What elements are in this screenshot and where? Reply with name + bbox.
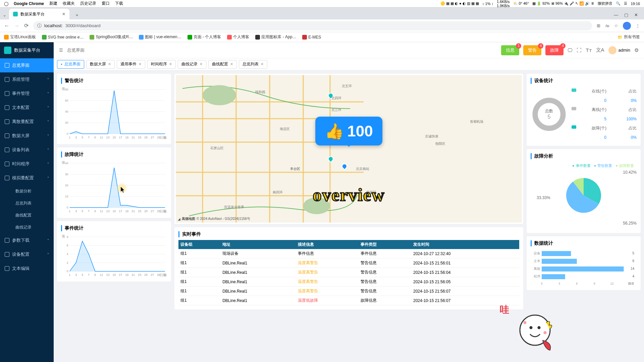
apple-icon[interactable]: ◯ (4, 1, 8, 6)
chevron-down-icon: ˅ (47, 239, 49, 242)
sidebar-item-6[interactable]: 设备列表˅ (0, 143, 54, 157)
bookmark-item[interactable]: 图标 | vue-elemen… (139, 34, 181, 40)
translate-icon[interactable]: 🗛 (605, 23, 609, 28)
close-tab-icon[interactable]: ✕ (62, 12, 65, 16)
sidebar-item-7[interactable]: 时间程序˅ (0, 157, 54, 171)
bookmark-item[interactable]: 宝塔Linux面板 (4, 34, 36, 40)
table-row[interactable]: 组1DBLine.Real1温度高警告警告信息2024-10-15 21:56:… (178, 268, 519, 277)
sidebar-item-2[interactable]: 事件管理˅ (0, 86, 54, 101)
window-minimize[interactable]: — (614, 12, 618, 17)
svg-text:5: 5 (82, 209, 83, 213)
bookmark-item[interactable]: 个人博客 (227, 34, 249, 40)
page-tab[interactable]: 通用事件✕ (117, 60, 145, 69)
like-badge: 👍 100 (315, 117, 382, 145)
page-tab[interactable]: 总览界面 (57, 60, 84, 69)
svg-text:11: 11 (100, 273, 103, 277)
close-tab-icon[interactable]: ✕ (200, 62, 203, 66)
fault-button[interactable]: 故障4 (545, 45, 564, 55)
map-view[interactable]: 颐和园海淀区北三环北四环北五环石景山区丰台区南四环南四环朝阳区首都机场丰台区京诚… (176, 75, 522, 223)
sidebar-toggle-icon[interactable]: ☰ (59, 48, 63, 53)
table-row[interactable]: 组1DBLine.Real1温度高警告警告信息2024-10-15 21:56:… (178, 277, 519, 287)
ime[interactable]: 微软拼音 (598, 1, 612, 6)
sidebar-sub-item[interactable]: 总览列表 (0, 197, 54, 209)
menu-download[interactable]: 下载 (115, 1, 123, 6)
sidebar-item-4[interactable]: 离散量配置˅ (0, 115, 54, 129)
qr-icon[interactable]: ⊞ (597, 23, 600, 28)
sidebar-item-8[interactable]: 模拟量配置˄ (0, 171, 54, 185)
page-tab[interactable]: 曲线记录✕ (178, 60, 206, 69)
table-row[interactable]: 组1DBLine.Real1温度高警告警告信息2024-10-15 21:56:… (178, 287, 519, 296)
profile-avatar[interactable] (623, 22, 631, 30)
control-center-icon[interactable]: ☰ (624, 1, 627, 6)
close-tab-icon[interactable]: ✕ (230, 62, 233, 66)
close-tab-icon[interactable]: ✕ (108, 62, 111, 66)
bookmark-item[interactable]: 页面 - 个人博客 (187, 34, 221, 40)
app-name-menubar[interactable]: Google Chrome (14, 1, 44, 6)
page-tab[interactable]: 总览列表✕ (239, 60, 267, 69)
warn-button[interactable]: 警告4 (523, 45, 541, 55)
back-button[interactable]: ← (4, 23, 9, 29)
browser-tab[interactable]: 数据采集平台 ✕ (9, 9, 69, 19)
menu-new[interactable]: 新建 (49, 1, 57, 6)
info-button[interactable]: 信息1 (501, 45, 519, 55)
page-tab[interactable]: 曲线配置✕ (208, 60, 237, 69)
svg-text:23: 23 (138, 136, 141, 139)
bookmark-item[interactable]: SVG free online e… (42, 35, 84, 40)
svg-text:3: 3 (75, 136, 77, 139)
sidebar-item-11[interactable]: 文本编辑 (0, 261, 54, 276)
card-title: 数据统计 (531, 240, 637, 246)
close-tab-icon[interactable]: ✕ (169, 62, 172, 66)
sidebar-item-3[interactable]: 文本配置˅ (0, 101, 54, 115)
sidebar-sub-item[interactable]: 曲线记录 (0, 221, 54, 233)
table-row[interactable]: 组1DBLine.Real1温度高警告警告信息2024-10-15 21:56:… (178, 258, 519, 268)
bookmark-item[interactable]: 应用图标库 - App… (255, 34, 296, 40)
svg-text:文本: 文本 (534, 259, 540, 263)
fullscreen-icon[interactable]: ⛶ (577, 47, 582, 53)
menu-fav[interactable]: 收藏夹 (63, 1, 75, 6)
window-maximize[interactable]: ▢ (624, 12, 628, 17)
menu-window[interactable]: 窗口 (102, 1, 110, 6)
table-row[interactable]: 组1DBLine.Real1温度低故障故障信息2024-10-15 21:56:… (178, 296, 519, 305)
menu-icon (5, 105, 9, 110)
screen-icon[interactable]: 🖵 (568, 47, 573, 53)
user-menu[interactable]: admin (608, 46, 630, 54)
bookmark-item[interactable]: E-MES (302, 35, 321, 40)
new-tab-button[interactable]: ＋ (72, 11, 82, 19)
window-close[interactable]: ✕ (634, 12, 638, 17)
menu-history[interactable]: 历史记录 (80, 1, 96, 6)
search-icon[interactable]: 🔍 (616, 1, 621, 6)
svg-text:10: 10 (65, 195, 68, 198)
sidebar-sub-item[interactable]: 数据分析 (0, 185, 54, 197)
forward-button[interactable]: → (14, 23, 19, 29)
close-tab-icon[interactable]: ✕ (139, 62, 142, 66)
settings-icon[interactable]: ⚙ (634, 47, 639, 53)
sidebar-item-0[interactable]: 总览界面 (0, 58, 54, 72)
sidebar-item-1[interactable]: 系统管理˅ (0, 72, 54, 86)
fontsize-icon[interactable]: Tᴛ (586, 47, 592, 53)
sidebar-item-5[interactable]: 数据大屏˅ (0, 129, 54, 143)
all-bookmarks[interactable]: 📁 所有书签 (618, 34, 640, 40)
chrome-menu-icon[interactable]: ⋮ (636, 23, 640, 28)
bookmark-star-icon[interactable]: ☆ (614, 23, 618, 28)
sidebar-item-10[interactable]: 设备配置˅ (0, 247, 54, 261)
language-icon[interactable]: 文A (596, 47, 604, 53)
table-row[interactable]: 组1现场设备事件信息事件信息2024-10-27 12:32:40 (178, 249, 519, 258)
map-attribution: ◢ 高德地图 © 2024 AutoNavi - GS(2024)1158号 (178, 217, 250, 221)
address-bar[interactable]: ⓘ localhost:3000/#/dashboard (33, 21, 592, 31)
page-tab[interactable]: 数据大屏✕ (86, 60, 115, 69)
site-info-icon[interactable]: ⓘ (37, 23, 42, 29)
page-tab[interactable]: 时间程序✕ (147, 60, 176, 69)
svg-text:离散: 离散 (534, 267, 540, 270)
svg-text:30: 30 (65, 173, 68, 176)
bookmark-item[interactable]: SpringBoot3集成R… (90, 34, 133, 40)
bookmarks-bar: 宝塔Linux面板 SVG free online e… SpringBoot3… (0, 32, 644, 42)
tab-dropdown[interactable]: ⌄ (3, 12, 9, 19)
sidebar-item-9[interactable]: 参数下载˅ (0, 233, 54, 247)
sidebar-sub-item[interactable]: 曲线配置 (0, 209, 54, 221)
app-logo[interactable]: 数据采集平台 (0, 42, 54, 58)
map-place-label: 首都机场 (470, 119, 483, 124)
reload-button[interactable]: ⟳ (24, 22, 29, 29)
map-place-label: 宫温泉水世界 (224, 205, 244, 209)
close-tab-icon[interactable]: ✕ (261, 62, 264, 66)
menu-icon (5, 266, 9, 271)
